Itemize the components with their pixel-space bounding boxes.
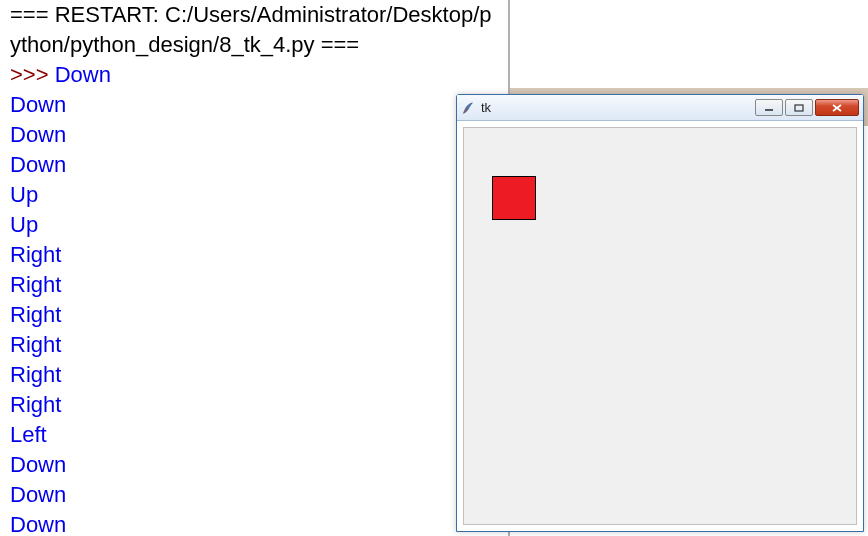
stdout-line: Down: [10, 480, 500, 510]
feather-icon: [461, 101, 475, 115]
window-titlebar[interactable]: tk: [457, 95, 863, 121]
stdout-line: Right: [10, 330, 500, 360]
maximize-button[interactable]: [785, 99, 813, 116]
shell-prompt: >>>: [10, 62, 55, 87]
stdout-line: Right: [10, 270, 500, 300]
window-controls: [753, 99, 859, 116]
tk-application-window[interactable]: tk: [456, 94, 864, 532]
close-icon: [831, 104, 843, 112]
stdout-line: Down: [10, 120, 500, 150]
minimize-button[interactable]: [755, 99, 783, 116]
python-shell-output: === RESTART: C:/Users/Administrator/Desk…: [10, 0, 500, 536]
stdout-line: Down: [55, 62, 111, 87]
maximize-icon: [794, 104, 804, 112]
window-title: tk: [481, 100, 753, 115]
stdout-line: Up: [10, 180, 500, 210]
stdout-line: Up: [10, 210, 500, 240]
restart-banner: === RESTART: C:/Users/Administrator/Desk…: [10, 0, 500, 60]
stdout-line: Right: [10, 300, 500, 330]
shell-prompt-line: >>> Down: [10, 60, 500, 90]
stdout-line: Right: [10, 390, 500, 420]
stdout-line: Right: [10, 240, 500, 270]
minimize-icon: [764, 104, 774, 112]
stdout-line: Down: [10, 510, 500, 536]
stdout-line: Down: [10, 90, 500, 120]
red-square-shape: [492, 176, 536, 220]
stdout-line: Down: [10, 450, 500, 480]
stdout-line: Left: [10, 420, 500, 450]
close-button[interactable]: [815, 99, 859, 116]
tk-canvas[interactable]: [463, 127, 857, 525]
svg-rect-2: [795, 105, 803, 111]
stdout-line: Down: [10, 150, 500, 180]
stdout-line: Right: [10, 360, 500, 390]
